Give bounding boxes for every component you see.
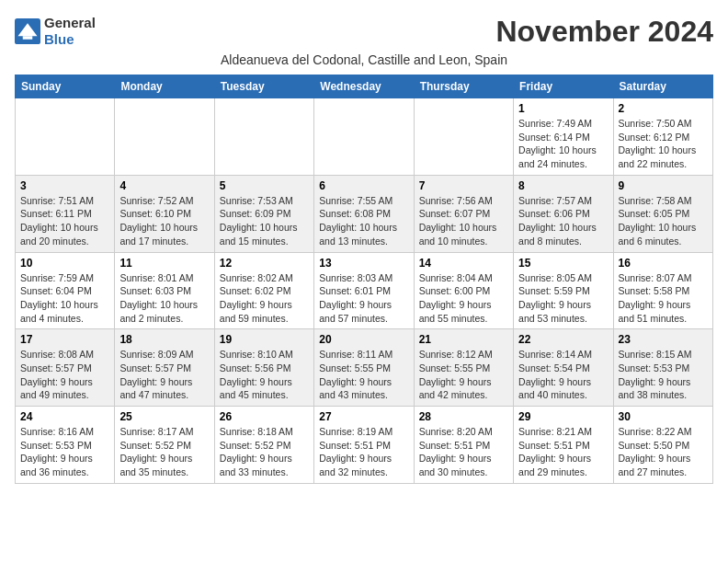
day-info: Sunrise: 8:16 AM Sunset: 5:53 PM Dayligh…	[20, 425, 109, 479]
day-number: 16	[619, 257, 708, 270]
day-info: Sunrise: 8:01 AM Sunset: 6:03 PM Dayligh…	[119, 271, 209, 326]
header-friday: Friday	[514, 75, 613, 98]
day-info: Sunrise: 8:07 AM Sunset: 5:58 PM Dayligh…	[619, 271, 708, 326]
table-row: 20Sunrise: 8:11 AM Sunset: 5:55 PM Dayli…	[314, 329, 414, 407]
day-info: Sunrise: 8:09 AM Sunset: 5:57 PM Dayligh…	[119, 348, 209, 402]
day-info: Sunrise: 8:15 AM Sunset: 5:53 PM Dayligh…	[619, 348, 708, 402]
table-row: 6Sunrise: 7:55 AM Sunset: 6:08 PM Daylig…	[314, 175, 414, 252]
day-number: 28	[419, 410, 508, 423]
day-number: 9	[619, 179, 708, 192]
table-row: 13Sunrise: 8:03 AM Sunset: 6:01 PM Dayli…	[314, 252, 414, 329]
day-info: Sunrise: 7:59 AM Sunset: 6:04 PM Dayligh…	[20, 271, 109, 326]
day-number: 23	[619, 333, 708, 346]
day-info: Sunrise: 7:49 AM Sunset: 6:14 PM Dayligh…	[518, 117, 608, 171]
calendar-table: Sunday Monday Tuesday Wednesday Thursday…	[15, 75, 713, 484]
day-number: 19	[220, 333, 309, 346]
header-sunday: Sunday	[16, 75, 115, 98]
day-number: 3	[20, 179, 109, 192]
day-info: Sunrise: 7:58 AM Sunset: 6:05 PM Dayligh…	[619, 194, 708, 248]
day-number: 20	[319, 333, 408, 346]
day-info: Sunrise: 8:02 AM Sunset: 6:02 PM Dayligh…	[220, 271, 309, 326]
table-row: 11Sunrise: 8:01 AM Sunset: 6:03 PM Dayli…	[115, 252, 214, 329]
day-number: 13	[319, 257, 408, 270]
table-row: 2Sunrise: 7:50 AM Sunset: 6:12 PM Daylig…	[613, 98, 712, 176]
table-row: 5Sunrise: 7:53 AM Sunset: 6:09 PM Daylig…	[214, 175, 313, 252]
header: General Blue November 2024	[15, 15, 713, 49]
table-row: 26Sunrise: 8:18 AM Sunset: 5:52 PM Dayli…	[214, 407, 313, 484]
table-row: 15Sunrise: 8:05 AM Sunset: 5:59 PM Dayli…	[514, 252, 613, 329]
table-row: 10Sunrise: 7:59 AM Sunset: 6:04 PM Dayli…	[16, 252, 115, 329]
day-number: 17	[20, 333, 109, 346]
day-info: Sunrise: 8:03 AM Sunset: 6:01 PM Dayligh…	[319, 271, 408, 326]
table-row: 16Sunrise: 8:07 AM Sunset: 5:58 PM Dayli…	[613, 252, 712, 329]
table-row: 9Sunrise: 7:58 AM Sunset: 6:05 PM Daylig…	[613, 175, 712, 252]
day-info: Sunrise: 7:52 AM Sunset: 6:10 PM Dayligh…	[119, 194, 209, 248]
day-info: Sunrise: 7:53 AM Sunset: 6:09 PM Dayligh…	[220, 194, 309, 248]
table-row: 28Sunrise: 8:20 AM Sunset: 5:51 PM Dayli…	[414, 407, 513, 484]
table-row	[214, 98, 313, 176]
week-row-5: 24Sunrise: 8:16 AM Sunset: 5:53 PM Dayli…	[16, 407, 713, 484]
day-number: 1	[518, 102, 608, 115]
day-number: 21	[419, 333, 508, 346]
day-number: 26	[220, 410, 309, 423]
table-row	[115, 98, 214, 176]
logo-icon	[15, 18, 40, 44]
day-info: Sunrise: 8:22 AM Sunset: 5:50 PM Dayligh…	[619, 425, 708, 479]
day-number: 15	[518, 257, 608, 270]
table-row: 8Sunrise: 7:57 AM Sunset: 6:06 PM Daylig…	[514, 175, 613, 252]
day-number: 24	[20, 410, 109, 423]
header-thursday: Thursday	[414, 75, 513, 98]
table-row	[314, 98, 414, 176]
day-number: 29	[518, 410, 608, 423]
day-info: Sunrise: 8:17 AM Sunset: 5:52 PM Dayligh…	[119, 425, 209, 479]
table-row	[16, 98, 115, 176]
day-info: Sunrise: 8:14 AM Sunset: 5:54 PM Dayligh…	[518, 348, 608, 402]
day-info: Sunrise: 7:55 AM Sunset: 6:08 PM Dayligh…	[319, 194, 408, 248]
day-info: Sunrise: 8:20 AM Sunset: 5:51 PM Dayligh…	[419, 425, 508, 479]
location-subtitle: Aldeanueva del Codonal, Castille and Leo…	[15, 52, 713, 67]
day-info: Sunrise: 8:08 AM Sunset: 5:57 PM Dayligh…	[20, 348, 109, 402]
header-saturday: Saturday	[613, 75, 712, 98]
week-row-1: 1Sunrise: 7:49 AM Sunset: 6:14 PM Daylig…	[16, 98, 713, 176]
month-title: November 2024	[495, 15, 713, 49]
day-info: Sunrise: 7:51 AM Sunset: 6:11 PM Dayligh…	[20, 194, 109, 248]
table-row: 3Sunrise: 7:51 AM Sunset: 6:11 PM Daylig…	[16, 175, 115, 252]
header-monday: Monday	[115, 75, 214, 98]
weekday-header-row: Sunday Monday Tuesday Wednesday Thursday…	[16, 75, 713, 98]
logo-text: General Blue	[44, 15, 96, 48]
day-info: Sunrise: 8:12 AM Sunset: 5:55 PM Dayligh…	[419, 348, 508, 402]
table-row: 22Sunrise: 8:14 AM Sunset: 5:54 PM Dayli…	[514, 329, 613, 407]
day-number: 14	[419, 257, 508, 270]
table-row: 14Sunrise: 8:04 AM Sunset: 6:00 PM Dayli…	[414, 252, 513, 329]
table-row: 1Sunrise: 7:49 AM Sunset: 6:14 PM Daylig…	[514, 98, 613, 176]
logo-general: General	[44, 15, 96, 30]
day-number: 7	[419, 179, 508, 192]
table-row: 24Sunrise: 8:16 AM Sunset: 5:53 PM Dayli…	[16, 407, 115, 484]
table-row: 18Sunrise: 8:09 AM Sunset: 5:57 PM Dayli…	[115, 329, 214, 407]
day-number: 4	[119, 179, 209, 192]
day-number: 6	[319, 179, 408, 192]
day-number: 2	[619, 102, 708, 115]
logo: General Blue	[15, 15, 96, 48]
day-number: 18	[119, 333, 209, 346]
table-row: 27Sunrise: 8:19 AM Sunset: 5:51 PM Dayli…	[314, 407, 414, 484]
day-number: 30	[619, 410, 708, 423]
table-row: 21Sunrise: 8:12 AM Sunset: 5:55 PM Dayli…	[414, 329, 513, 407]
week-row-3: 10Sunrise: 7:59 AM Sunset: 6:04 PM Dayli…	[16, 252, 713, 329]
table-row: 29Sunrise: 8:21 AM Sunset: 5:51 PM Dayli…	[514, 407, 613, 484]
day-info: Sunrise: 8:19 AM Sunset: 5:51 PM Dayligh…	[319, 425, 408, 479]
day-number: 25	[119, 410, 209, 423]
day-info: Sunrise: 8:05 AM Sunset: 5:59 PM Dayligh…	[518, 271, 608, 326]
table-row: 25Sunrise: 8:17 AM Sunset: 5:52 PM Dayli…	[115, 407, 214, 484]
day-number: 10	[20, 257, 109, 270]
table-row: 17Sunrise: 8:08 AM Sunset: 5:57 PM Dayli…	[16, 329, 115, 407]
day-number: 11	[119, 257, 209, 270]
svg-rect-2	[23, 36, 33, 40]
header-tuesday: Tuesday	[214, 75, 313, 98]
day-number: 27	[319, 410, 408, 423]
table-row: 19Sunrise: 8:10 AM Sunset: 5:56 PM Dayli…	[214, 329, 313, 407]
header-wednesday: Wednesday	[314, 75, 414, 98]
day-info: Sunrise: 7:56 AM Sunset: 6:07 PM Dayligh…	[419, 194, 508, 248]
page-container: General Blue November 2024 Aldeanueva de…	[15, 15, 713, 484]
day-number: 22	[518, 333, 608, 346]
